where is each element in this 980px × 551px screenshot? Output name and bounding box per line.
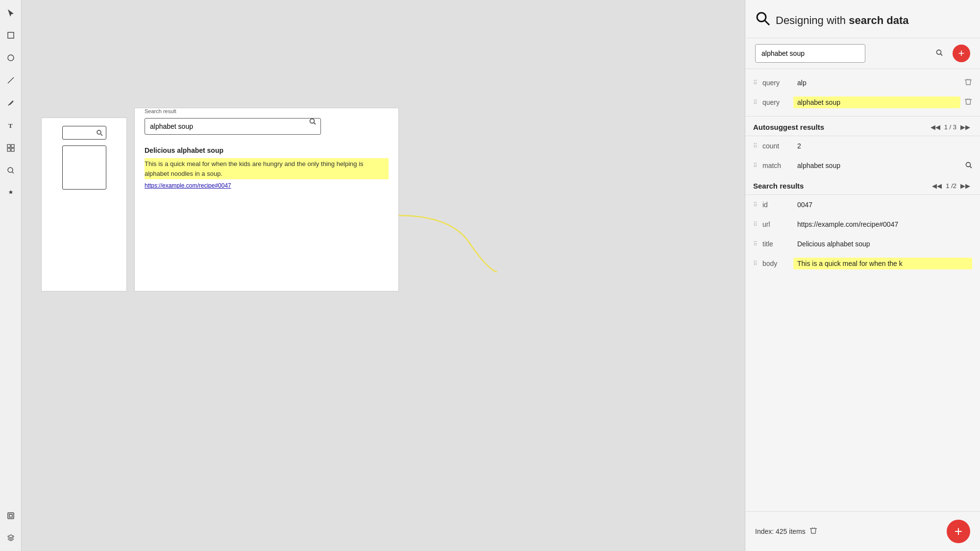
drag-handle-2[interactable]: ⠿ <box>753 99 757 106</box>
mini-content-box <box>62 145 106 190</box>
svg-rect-7 <box>11 148 14 151</box>
svg-rect-11 <box>9 514 12 517</box>
drag-handle-title[interactable]: ⠿ <box>753 240 757 247</box>
field-label-count: count <box>762 142 789 150</box>
field-value-query-2: alphabet soup <box>793 96 960 108</box>
svg-point-12 <box>97 130 101 134</box>
svg-rect-6 <box>7 148 10 151</box>
autosuggest-pagination: ◀◀ 1 / 3 ▶▶ <box>929 122 972 132</box>
pen-tool-icon[interactable] <box>4 96 18 110</box>
svg-point-26 <box>966 162 971 167</box>
search-results-pagination: ◀◀ 1 /2 ▶▶ <box>930 181 972 191</box>
svg-line-15 <box>314 123 316 125</box>
field-value-match: alphabet soup <box>793 160 959 171</box>
ellipse-tool-icon[interactable] <box>4 51 18 65</box>
result-url-row: ⠿ url https://example.com/recipe#0047 <box>745 215 980 234</box>
canvas-search-icon <box>309 118 316 126</box>
result-body-row: ⠿ body This is a quick meal for when the… <box>745 254 980 273</box>
index-info: Index: 425 items <box>755 527 817 536</box>
index-trash-icon[interactable] <box>809 527 817 536</box>
svg-line-9 <box>12 172 14 173</box>
result-id-row: ⠿ id 0047 <box>745 195 980 215</box>
svg-point-1 <box>8 55 14 61</box>
svg-line-19 <box>941 54 943 56</box>
field-value-id: 0047 <box>793 199 972 211</box>
autosuggest-title: Autosuggest results <box>753 123 824 131</box>
search-results-section: Search results ◀◀ 1 /2 ▶▶ ⠿ id 0047 ⠿ ur… <box>745 175 980 273</box>
panel-search-icon <box>936 49 943 58</box>
match-search-icon[interactable] <box>965 162 972 170</box>
svg-rect-0 <box>8 32 14 38</box>
field-label-body: body <box>762 260 789 267</box>
panel-search-input[interactable] <box>755 44 865 63</box>
line-tool-icon[interactable] <box>4 73 18 87</box>
field-label-url: url <box>762 220 789 228</box>
right-panel: Designing with search data + ⠿ query alp… <box>745 0 980 551</box>
plugin-tool-icon[interactable] <box>4 186 18 200</box>
svg-point-14 <box>310 119 315 123</box>
panel-title: Designing with search data <box>776 14 908 27</box>
field-value-body: This is a quick meal for when the k <box>793 258 972 269</box>
canvas-area: Search result Delicious alphabet soup Th… <box>22 0 745 551</box>
panel-header: Designing with search data <box>745 0 980 38</box>
panel-search-bar: + <box>745 38 980 69</box>
autosuggest-header: Autosuggest results ◀◀ 1 / 3 ▶▶ <box>745 117 980 136</box>
svg-rect-10 <box>8 513 14 519</box>
field-label-match: match <box>762 162 789 169</box>
panel-content: ⠿ query alp ⠿ query alphabet soup Autosu… <box>745 69 980 551</box>
bottom-bar: Index: 425 items + <box>745 511 980 551</box>
frame-tool-icon[interactable] <box>4 509 18 523</box>
rectangle-tool-icon[interactable] <box>4 28 18 42</box>
autosuggest-section: Autosuggest results ◀◀ 1 / 3 ▶▶ ⠿ count … <box>745 117 980 175</box>
query-row-1: ⠿ query alp <box>745 73 980 93</box>
result-body: This is a quick meal for when the kids a… <box>145 158 389 179</box>
field-label-query-2: query <box>762 98 789 106</box>
svg-point-16 <box>757 13 766 22</box>
zoom-tool-icon[interactable] <box>4 164 18 177</box>
search-results-next-btn[interactable]: ▶▶ <box>958 181 972 191</box>
drag-handle-url[interactable]: ⠿ <box>753 221 757 228</box>
drag-handle-match[interactable]: ⠿ <box>753 162 757 169</box>
search-result-label: Search result <box>145 108 176 114</box>
field-label-title: title <box>762 240 789 248</box>
search-results-page: 1 /2 <box>946 182 956 190</box>
drag-handle-id[interactable]: ⠿ <box>753 201 757 208</box>
field-label-id: id <box>762 201 789 209</box>
index-info-text: Index: 425 items <box>755 527 806 535</box>
text-tool-icon[interactable]: T <box>4 119 18 132</box>
delete-query-1-icon[interactable] <box>964 78 972 88</box>
delete-query-2-icon[interactable] <box>964 97 972 107</box>
svg-text:T: T <box>8 122 13 129</box>
svg-rect-4 <box>7 144 10 147</box>
panel-search-logo-icon <box>755 11 771 30</box>
mini-search-icon <box>97 130 103 136</box>
field-value-url: https://example.com/recipe#0047 <box>793 218 972 230</box>
svg-line-2 <box>8 77 14 83</box>
field-value-title: Delicious alphabet soup <box>793 238 972 250</box>
layers-icon[interactable] <box>4 531 18 545</box>
result-link[interactable]: https://example.com/recipe#0047 <box>145 182 389 189</box>
result-title-row: ⠿ title Delicious alphabet soup <box>745 234 980 254</box>
component-tool-icon[interactable] <box>4 141 18 155</box>
drag-handle-1[interactable]: ⠿ <box>753 79 757 86</box>
result-title: Delicious alphabet soup <box>145 146 389 154</box>
canvas-search-input[interactable] <box>145 118 321 135</box>
drag-handle-body[interactable]: ⠿ <box>753 260 757 267</box>
search-input-container <box>145 118 389 135</box>
drag-handle-count[interactable]: ⠿ <box>753 143 757 149</box>
autosuggest-match-row: ⠿ match alphabet soup <box>745 156 980 175</box>
search-results-header: Search results ◀◀ 1 /2 ▶▶ <box>745 175 980 195</box>
small-search-widget <box>41 118 127 291</box>
autosuggest-prev-btn[interactable]: ◀◀ <box>929 122 942 132</box>
autosuggest-next-btn[interactable]: ▶▶ <box>958 122 972 132</box>
query-row-2: ⠿ query alphabet soup <box>745 93 980 112</box>
autosuggest-count-row: ⠿ count 2 <box>745 136 980 156</box>
search-results-prev-btn[interactable]: ◀◀ <box>930 181 944 191</box>
svg-line-27 <box>970 166 972 168</box>
cursor-tool-icon[interactable] <box>4 6 18 20</box>
query-section: ⠿ query alp ⠿ query alphabet soup <box>745 69 980 117</box>
mini-search-bar <box>62 126 106 140</box>
fab-add-button[interactable]: + <box>947 520 970 543</box>
search-results-title: Search results <box>753 182 804 190</box>
add-query-button[interactable]: + <box>953 45 970 62</box>
